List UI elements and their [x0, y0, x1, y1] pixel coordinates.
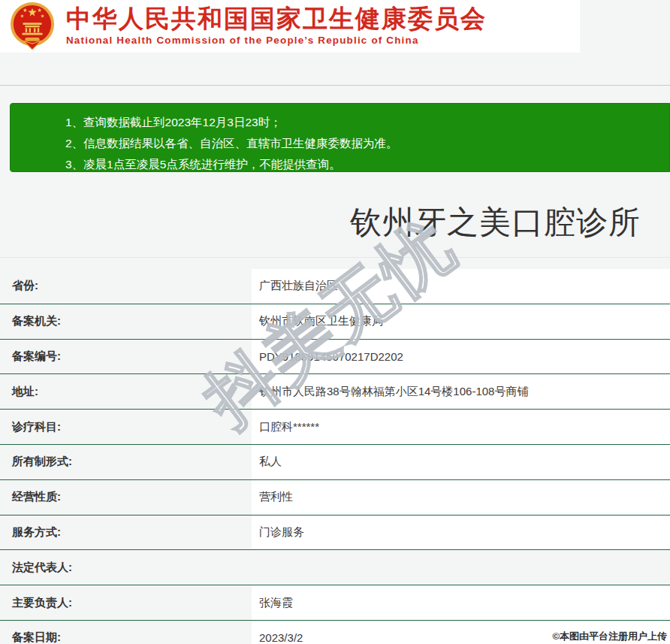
notice-line: 2、信息数据结果以各省、自治区、直辖市卫生健康委数据为准。 — [65, 133, 669, 154]
site-title-en: National Health Commission of the People… — [66, 35, 487, 46]
notice-line: 1、查询数据截止到2023年12月3日23时； — [65, 112, 669, 133]
field-label: 地址: — [0, 374, 252, 409]
table-row: 主要负责人:张海霞 — [0, 585, 670, 621]
field-label: 经营性质: — [0, 480, 252, 515]
field-value: 口腔科****** — [252, 410, 670, 444]
site-header: 中华人民共和国国家卫生健康委员会 National Health Commiss… — [0, 0, 580, 53]
header-divider — [0, 85, 670, 86]
field-value — [252, 550, 670, 585]
table-row: 备案编号:PDY91889145070217D2202 — [0, 340, 670, 375]
field-label: 服务方式: — [0, 516, 252, 550]
section-divider — [0, 257, 670, 258]
field-label: 备案机关: — [0, 304, 252, 339]
details-table: 省份:广西壮族自治区备案机关:钦州市钦南区卫生健康局备案编号:PDY918891… — [0, 269, 670, 644]
table-row: 法定代表人: — [0, 550, 670, 585]
table-row: 省份:广西壮族自治区 — [0, 269, 670, 304]
field-label: 主要负责人: — [0, 585, 252, 620]
field-value: 广西壮族自治区 — [252, 269, 670, 304]
field-label: 法定代表人: — [0, 550, 252, 585]
table-row: 诊疗科目:口腔科****** — [0, 410, 670, 445]
header-titles: 中华人民共和国国家卫生健康委员会 National Health Commiss… — [66, 4, 487, 46]
table-row: 备案机关:钦州市钦南区卫生健康局 — [0, 304, 670, 340]
field-value: 钦州市人民路38号翰林福第小区14号楼106-108号商铺 — [252, 374, 670, 409]
clinic-name-title: 钦州牙之美口腔诊所 — [350, 201, 641, 243]
table-row: 地址:钦州市人民路38号翰林福第小区14号楼106-108号商铺 — [0, 374, 670, 410]
field-value: 钦州市钦南区卫生健康局 — [252, 304, 670, 339]
field-label: 备案编号: — [0, 340, 252, 374]
field-value: 门诊服务 — [252, 516, 670, 550]
upload-attribution-badge: ©本图由平台注册用户上传 — [552, 630, 667, 643]
site-title-cn: 中华人民共和国国家卫生健康委员会 — [66, 4, 487, 34]
notice-list: 1、查询数据截止到2023年12月3日23时；2、信息数据结果以各省、自治区、直… — [11, 104, 669, 175]
field-label: 所有制形式: — [0, 445, 252, 479]
notice-line: 3、凌晨1点至凌晨5点系统进行维护，不能提供查询。 — [65, 154, 669, 175]
field-value: 私人 — [252, 445, 670, 479]
field-label: 备案日期: — [0, 621, 252, 644]
field-value: 张海霞 — [252, 585, 670, 620]
field-value: 营利性 — [252, 480, 670, 515]
table-row: 服务方式:门诊服务 — [0, 516, 670, 551]
field-label: 省份: — [0, 269, 252, 304]
field-label: 诊疗科目: — [0, 410, 252, 444]
table-row: 经营性质:营利性 — [0, 480, 670, 516]
notice-box: 1、查询数据截止到2023年12月3日23时；2、信息数据结果以各省、自治区、直… — [10, 103, 670, 172]
table-row: 所有制形式:私人 — [0, 445, 670, 480]
national-emblem-icon — [9, 2, 56, 50]
field-value: PDY91889145070217D2202 — [252, 340, 670, 374]
